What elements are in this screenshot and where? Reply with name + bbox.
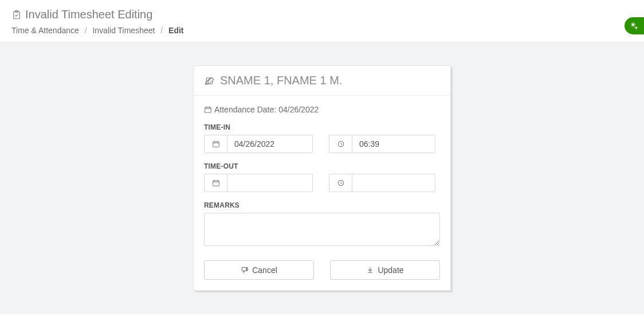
time-out-date-group <box>204 174 313 192</box>
breadcrumb-separator: / <box>81 26 91 35</box>
pencil-square-icon <box>205 76 215 86</box>
page-title: Invalid Timesheet Editing <box>11 8 633 21</box>
time-out-row <box>204 174 440 192</box>
svg-rect-33 <box>247 267 248 271</box>
svg-rect-23 <box>213 142 219 147</box>
svg-line-10 <box>634 23 635 24</box>
time-out-label: TIME-OUT <box>204 162 440 170</box>
update-button[interactable]: Update <box>330 260 440 280</box>
page-title-text: Invalid Timesheet Editing <box>25 8 152 21</box>
clock-icon <box>329 135 352 153</box>
svg-point-11 <box>635 27 637 29</box>
content-area: SNAME 1, FNAME 1 M. Attendance Date: 04/… <box>0 42 644 314</box>
remarks-textarea[interactable] <box>204 213 440 246</box>
attendance-date-value: 04/26/2022 <box>278 105 319 114</box>
time-in-label: TIME-IN <box>204 123 440 131</box>
gears-icon <box>630 21 639 30</box>
edit-card: SNAME 1, FNAME 1 M. Attendance Date: 04/… <box>193 65 451 291</box>
cancel-button-label: Cancel <box>252 266 277 275</box>
remarks-label: REMARKS <box>204 201 440 209</box>
breadcrumb-time-attendance[interactable]: Time & Attendance <box>11 26 79 35</box>
download-icon <box>366 266 374 274</box>
time-in-row <box>204 135 440 153</box>
time-in-time-input[interactable] <box>352 135 435 153</box>
svg-line-8 <box>634 26 635 26</box>
button-row: Cancel Update <box>204 260 440 280</box>
cancel-button[interactable]: Cancel <box>204 260 314 280</box>
time-in-date-group <box>204 135 313 153</box>
clipboard-check-icon <box>11 10 22 20</box>
time-out-time-group <box>329 174 435 192</box>
clock-icon <box>329 174 352 192</box>
top-bar: Invalid Timesheet Editing Time & Attenda… <box>0 0 644 42</box>
time-in-time-group <box>329 135 435 153</box>
card-header: SNAME 1, FNAME 1 M. <box>194 66 450 96</box>
breadcrumb: Time & Attendance / Invalid Timesheet / … <box>11 26 633 35</box>
svg-rect-28 <box>213 181 219 186</box>
time-out-date-input[interactable] <box>227 174 312 192</box>
calendar-icon <box>205 174 227 192</box>
time-out-time-input[interactable] <box>352 174 435 192</box>
settings-fab[interactable] <box>625 17 644 34</box>
svg-line-9 <box>631 26 632 26</box>
attendance-date: Attendance Date: 04/26/2022 <box>204 105 440 114</box>
breadcrumb-separator: / <box>157 26 166 35</box>
svg-line-7 <box>631 23 632 24</box>
thumbs-down-icon <box>241 266 249 274</box>
employee-name: SNAME 1, FNAME 1 M. <box>220 74 342 87</box>
breadcrumb-invalid-timesheet[interactable]: Invalid Timesheet <box>92 26 155 35</box>
card-body: Attendance Date: 04/26/2022 TIME-IN <box>194 96 450 290</box>
calendar-icon <box>205 135 227 153</box>
update-button-label: Update <box>378 266 403 275</box>
svg-rect-19 <box>205 107 211 112</box>
time-in-date-input[interactable] <box>227 135 312 153</box>
svg-point-2 <box>632 24 634 26</box>
attendance-date-label: Attendance Date: <box>214 105 276 114</box>
calendar-icon <box>204 106 212 114</box>
breadcrumb-current: Edit <box>168 26 183 35</box>
